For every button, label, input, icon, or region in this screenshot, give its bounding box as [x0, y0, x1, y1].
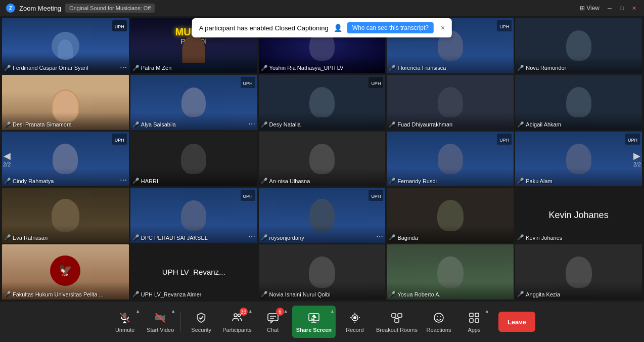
video-cell-12: 🎤 An-nisa Ulhasna: [259, 132, 386, 187]
video-cell-14: UPH 🎤 Paku Alam: [515, 132, 642, 187]
mic-icon-5: 🎤: [4, 121, 11, 128]
svg-point-27: [434, 313, 443, 322]
share-screen-button[interactable]: Share Screen ▲: [292, 306, 336, 338]
name-tag-9: 🎤 Abigail Ahkam: [517, 121, 561, 128]
leave-button[interactable]: Leave: [498, 312, 535, 332]
start-video-button[interactable]: Start Video ▲: [144, 306, 176, 338]
zoom-icon: Z: [6, 4, 15, 13]
participant-name-4: Nova Rumondor: [526, 65, 566, 71]
view-icon: ⊞: [580, 5, 585, 12]
participant-name-2: Yoshin Ria Nathasya_UPH LV: [269, 65, 344, 71]
reactions-button[interactable]: Reactions: [423, 306, 455, 338]
view-label: View: [586, 5, 600, 12]
titlebar: Z Zoom Meeting Original Sound for Musici…: [0, 0, 644, 16]
participant-name-0: Ferdinand Caspar Omar Syarif: [13, 65, 88, 71]
name-tag-13: 🎤 Fernandy Rusdi: [389, 178, 437, 184]
participant-name-22: Novia Isnaini Nurul Qolbi: [269, 291, 331, 297]
video-cell-7: UPH 🎤 Desy Natalia: [259, 75, 386, 130]
participant-name-24: Anggita Kezia: [526, 291, 560, 297]
participant-name-3: Florencia Fransisca: [397, 65, 446, 71]
breakout-rooms-button[interactable]: Breakout Rooms: [374, 306, 420, 338]
toolbar: Unmute ▲ Start Video ▲ Security: [0, 302, 644, 342]
grid-btn-0[interactable]: ⋯: [120, 63, 127, 71]
unmute-icon: [118, 311, 132, 325]
video-cell-5: 🎤 Desi Pranata Simamora: [2, 75, 129, 130]
record-label: Record: [346, 327, 363, 333]
mic-icon-2: 🎤: [261, 65, 268, 71]
apps-icon: [467, 311, 481, 325]
chat-button[interactable]: Chat 6 ▲: [257, 306, 289, 338]
grid-btn-17[interactable]: ⋯: [376, 233, 383, 241]
participant-name-7: Desy Natalia: [269, 121, 301, 127]
reactions-label: Reactions: [426, 327, 451, 333]
mic-icon-10: 🎤: [4, 178, 11, 184]
grid-btn-6[interactable]: ⋯: [248, 120, 255, 128]
original-sound-badge[interactable]: Original Sound for Musicians: Off: [65, 4, 155, 13]
left-page-label: 2/2: [3, 161, 11, 167]
close-button[interactable]: ✕: [630, 4, 638, 12]
name-tag-8: 🎤 Fuad Dhiyaurrakhman: [389, 121, 452, 128]
svg-rect-33: [475, 319, 479, 322]
unmute-button[interactable]: Unmute ▲: [109, 306, 141, 338]
name-tag-12: 🎤 An-nisa Ulhasna: [261, 178, 310, 184]
minimize-button[interactable]: ─: [606, 4, 614, 12]
video-grid: UPH 🎤 Ferdinand Caspar Omar Syarif ⋯ MUN…: [2, 18, 642, 300]
svg-point-29: [440, 316, 441, 317]
participant-name-6: Alya Salsabila: [141, 121, 176, 127]
mic-icon-6: 🎤: [132, 121, 140, 128]
video-icon: [153, 311, 167, 325]
window-title: Zoom Meeting: [19, 5, 61, 12]
mic-icon-23: 🎤: [389, 291, 396, 297]
name-tag-14: 🎤 Paku Alam: [517, 178, 553, 184]
record-button[interactable]: Record: [339, 306, 371, 338]
notification-text: A participant has enabled Closed Caption…: [199, 24, 329, 32]
share-screen-icon: [307, 311, 321, 325]
name-tag-15: 🎤 Eva Ratnasari: [4, 234, 48, 241]
video-cell-0: UPH 🎤 Ferdinand Caspar Omar Syarif ⋯: [2, 18, 129, 73]
video-cell-23: 🎤 Yosua Roberto A.: [387, 244, 514, 300]
reactions-icon: [432, 311, 446, 325]
video-cell-16: UPH 🎤 DPC PERADI SAI JAKSEL ⋯: [130, 188, 257, 243]
video-cell-6: UPH 🎤 Alya Salsabila ⋯: [130, 75, 257, 130]
grid-btn-10[interactable]: ⋯: [120, 176, 127, 184]
nav-right-button[interactable]: ▶ 2/2: [631, 146, 643, 172]
participant-name-18: Baginda: [397, 235, 418, 241]
notification-bar: A participant has enabled Closed Caption…: [192, 18, 452, 37]
video-cell-20: 🦅 🎤 Fakultas Hukum Universitas Pelita ..…: [2, 244, 129, 300]
mic-icon-20: 🎤: [4, 291, 11, 297]
participants-button[interactable]: Participants ▲ 39: [220, 306, 253, 338]
svg-rect-9: [268, 314, 278, 321]
participants-caret[interactable]: ▲: [248, 309, 253, 314]
unmute-caret[interactable]: ▲: [135, 309, 140, 314]
breakout-rooms-label: Breakout Rooms: [376, 327, 418, 333]
security-button[interactable]: Security: [185, 306, 217, 338]
video-cell-24: 🎤 Anggita Kezia: [515, 244, 642, 300]
share-screen-label: Share Screen: [296, 327, 332, 333]
chat-caret[interactable]: ▲: [284, 309, 288, 314]
mic-icon-0: 🎤: [4, 65, 11, 71]
participant-name-19: Kevin Johanes: [526, 235, 562, 241]
svg-rect-31: [475, 313, 479, 317]
view-button[interactable]: ⊞ View: [580, 5, 600, 12]
who-can-see-button[interactable]: Who can see this transcript?: [347, 22, 434, 33]
apps-caret[interactable]: ▲: [485, 309, 489, 314]
video-caret[interactable]: ▲: [171, 309, 175, 314]
mic-icon-21: 🎤: [132, 291, 140, 297]
mic-icon-17: 🎤: [261, 234, 268, 241]
share-caret[interactable]: ▲: [330, 309, 335, 314]
svg-rect-32: [470, 319, 473, 322]
participant-name-8: Fuad Dhiyaurrakhman: [397, 121, 452, 127]
close-notification-button[interactable]: ×: [441, 24, 445, 32]
name-tag-23: 🎤 Yosua Roberto A.: [389, 291, 440, 297]
svg-point-8: [238, 314, 240, 317]
apps-button[interactable]: Apps ▲: [458, 306, 490, 338]
grid-btn-16[interactable]: ⋯: [248, 233, 255, 241]
svg-point-28: [437, 316, 438, 317]
participant-name-20: Fakultas Hukum Universitas Pelita ...: [13, 291, 104, 297]
start-video-label: Start Video: [147, 327, 174, 333]
participants-badge: 39: [240, 308, 248, 316]
nav-left-button[interactable]: ◀ 2/2: [1, 146, 13, 172]
name-tag-19: 🎤 Kevin Johanes: [517, 234, 562, 241]
mic-icon-9: 🎤: [517, 121, 524, 128]
maximize-button[interactable]: □: [618, 4, 626, 12]
